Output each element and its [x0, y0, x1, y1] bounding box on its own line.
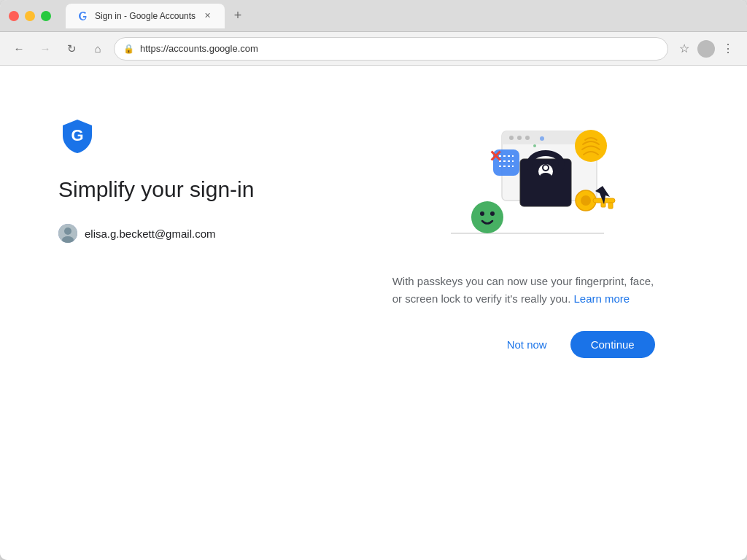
- right-panel: ✕ With passkeys you can now use your fin…: [358, 109, 689, 358]
- forward-button[interactable]: →: [35, 39, 55, 59]
- svg-point-20: [543, 166, 548, 170]
- reload-icon: ↻: [67, 42, 77, 55]
- lock-icon: 🔒: [123, 44, 134, 54]
- tab-favicon-icon: [77, 10, 89, 22]
- svg-point-19: [540, 173, 551, 180]
- svg-point-11: [525, 136, 530, 140]
- svg-text:✕: ✕: [489, 147, 502, 166]
- address-text: https://accounts.google.com: [140, 43, 659, 54]
- svg-point-37: [533, 144, 536, 147]
- svg-point-10: [517, 136, 522, 140]
- browser-window: Sign in - Google Accounts ✕ + ← → ↻ ⌂ 🔒 …: [0, 0, 747, 560]
- svg-point-27: [490, 211, 495, 216]
- home-button[interactable]: ⌂: [88, 39, 108, 59]
- illustration-svg: ✕: [407, 109, 640, 255]
- learn-more-link[interactable]: Learn more: [574, 292, 630, 305]
- page-title: Simplify your sign-in: [58, 175, 358, 203]
- svg-point-26: [480, 211, 484, 216]
- user-info: elisa.g.beckett@gmail.com: [58, 224, 358, 243]
- svg-point-29: [581, 195, 591, 206]
- not-now-button[interactable]: Not now: [495, 331, 559, 358]
- star-icon: ☆: [679, 42, 689, 55]
- passkey-illustration: ✕: [407, 109, 640, 255]
- profile-button[interactable]: [697, 40, 715, 58]
- active-tab[interactable]: Sign in - Google Accounts ✕: [66, 4, 225, 28]
- home-icon: ⌂: [94, 42, 101, 55]
- address-bar[interactable]: 🔒 https://accounts.google.com: [114, 37, 668, 61]
- svg-point-25: [471, 201, 503, 233]
- svg-point-36: [540, 136, 544, 141]
- page-content: G Simplify your sign-in elisa.g.beckett@…: [0, 66, 747, 560]
- new-tab-button[interactable]: +: [228, 6, 248, 26]
- tab-title: Sign in - Google Accounts: [95, 11, 196, 21]
- menu-button[interactable]: ⋮: [718, 39, 738, 59]
- user-email: elisa.g.beckett@gmail.com: [85, 228, 215, 240]
- action-buttons: Not now Continue: [392, 331, 655, 358]
- avatar-image: [58, 224, 77, 243]
- bookmark-button[interactable]: ☆: [674, 39, 694, 59]
- nav-icons-right: ☆ ⋮: [674, 39, 738, 59]
- maximize-button[interactable]: [41, 11, 51, 21]
- tab-bar: Sign in - Google Accounts ✕ +: [66, 4, 738, 28]
- shield-icon: G: [58, 117, 96, 155]
- svg-point-9: [509, 136, 514, 140]
- reload-button[interactable]: ↻: [61, 39, 82, 59]
- nav-bar: ← → ↻ ⌂ 🔒 https://accounts.google.com ☆ …: [0, 32, 747, 66]
- svg-rect-32: [601, 203, 605, 207]
- back-icon: ←: [14, 42, 25, 55]
- avatar: [58, 224, 77, 243]
- menu-icon: ⋮: [722, 42, 734, 55]
- google-shield-logo: G: [58, 117, 96, 155]
- description-text: With passkeys you can now use your finge…: [392, 273, 655, 308]
- left-panel: G Simplify your sign-in elisa.g.beckett@…: [58, 109, 358, 243]
- traffic-lights: [9, 11, 51, 21]
- continue-button[interactable]: Continue: [570, 331, 655, 358]
- tab-close-button[interactable]: ✕: [201, 10, 213, 22]
- svg-point-3: [64, 228, 71, 235]
- svg-text:G: G: [71, 126, 83, 144]
- svg-rect-31: [608, 203, 613, 209]
- forward-icon: →: [40, 42, 51, 55]
- title-bar: Sign in - Google Accounts ✕ +: [0, 0, 747, 32]
- minimize-button[interactable]: [25, 11, 35, 21]
- close-button[interactable]: [9, 11, 19, 21]
- back-button[interactable]: ←: [9, 39, 29, 59]
